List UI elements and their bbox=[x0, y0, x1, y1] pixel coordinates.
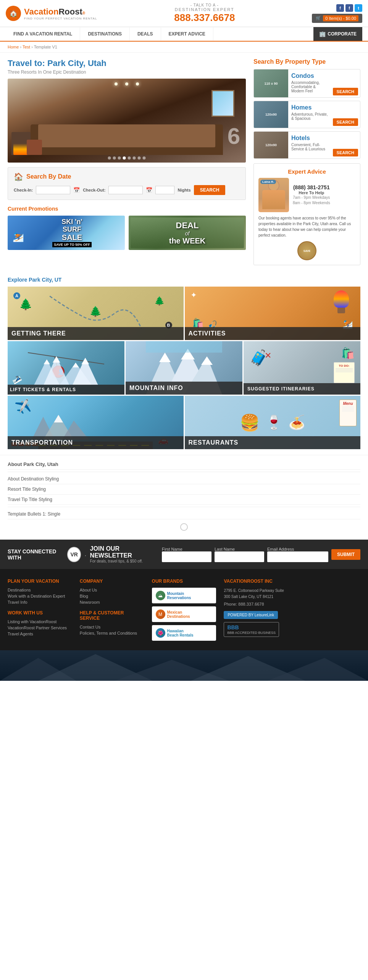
search-date-button[interactable]: SEARCH bbox=[194, 185, 226, 195]
nav-deals[interactable]: DEALS bbox=[130, 27, 161, 40]
slide-dot-4[interactable] bbox=[123, 156, 126, 160]
twitter-icon[interactable]: t bbox=[355, 4, 362, 12]
leisure-link-badge[interactable]: POWERED BY LeisureLink bbox=[224, 611, 278, 619]
phone-number[interactable]: 888.337.6678 bbox=[174, 12, 235, 24]
firstname-label: First Name bbox=[162, 547, 211, 551]
checkout-calendar-icon[interactable]: 📅 bbox=[146, 187, 152, 193]
footer-link-blog[interactable]: Blog bbox=[80, 594, 144, 598]
checkout-label: Check-Out: bbox=[83, 188, 105, 192]
lastname-field-group: Last Name bbox=[215, 547, 264, 562]
newsletter-submit-button[interactable]: SUBMIT bbox=[331, 549, 360, 560]
brand-mexican[interactable]: M MexicanDestinations bbox=[152, 606, 216, 622]
checkin-calendar-icon[interactable]: 📅 bbox=[73, 187, 80, 193]
footer-main: PLAN YOUR VACATION Destinations Work wit… bbox=[0, 569, 368, 681]
explore-section: Explore Park City, UT A B 🌲 🌲 🌲 GETTING … bbox=[0, 271, 368, 455]
condos-search-button[interactable]: SEARCH bbox=[333, 88, 358, 95]
brand-mountain[interactable]: ⛰ MountainReservations bbox=[152, 588, 216, 603]
footer-link-partner[interactable]: VacationRoost Partner Services bbox=[8, 625, 72, 630]
nav-corporate[interactable]: 🏢 CORPORATE bbox=[313, 27, 362, 41]
promo-ski-surf[interactable]: ⛷️ SKI 'n'SURF SALE SAVE UP TO 50% OFF bbox=[8, 216, 125, 250]
explore-transportation[interactable]: ✈️ 🚗 bbox=[8, 396, 184, 449]
footer-link-travel-agents[interactable]: Travel Agents bbox=[8, 632, 72, 636]
safe-badge: SAVE bbox=[297, 241, 316, 260]
facebook2-icon[interactable]: f bbox=[345, 4, 353, 12]
hotels-search-button[interactable]: SEARCH bbox=[333, 149, 358, 156]
footer-brands: OUR BRANDS ⛰ MountainReservations M Mexi… bbox=[152, 579, 216, 641]
expert-title: Expert Advice bbox=[258, 168, 355, 175]
logo-area: 🏠 VacationRoost® FIND YOUR PERFECT VACAT… bbox=[6, 6, 97, 21]
property-card-homes: 120x90 Homes Adventurous, Private, & Spa… bbox=[253, 101, 360, 128]
slide-dot-5[interactable] bbox=[128, 156, 131, 160]
checkout-input[interactable] bbox=[108, 186, 143, 194]
svg-marker-10 bbox=[73, 363, 79, 368]
right-column: Search By Property Type 110 x 90 Condos … bbox=[253, 58, 360, 265]
svg-marker-22 bbox=[54, 415, 63, 422]
footer-link-newsroom[interactable]: Newsroom bbox=[80, 600, 144, 604]
condos-desc: Accommodating, Comfortable & Modern Feel bbox=[291, 81, 330, 93]
homes-info: Homes Adventurous, Private, & Spacious bbox=[288, 101, 333, 128]
homes-search-button[interactable]: SEARCH bbox=[333, 118, 358, 126]
footer-company-name: VacationRoost Inc bbox=[224, 579, 360, 584]
svg-marker-17 bbox=[201, 356, 213, 365]
explore-restaurants[interactable]: 🍔 🍷 🍝 Menu RESTAURANTS bbox=[185, 396, 361, 449]
nights-input[interactable] bbox=[155, 186, 174, 194]
lastname-label: Last Name bbox=[215, 547, 264, 551]
house-icon: 🏠 bbox=[14, 172, 23, 181]
nav-find-vacation[interactable]: FIND A VACATION RENTAL bbox=[6, 27, 80, 40]
svg-marker-29 bbox=[267, 658, 368, 681]
slide-number: 6 bbox=[228, 123, 240, 149]
breadcrumb-home[interactable]: Home bbox=[8, 45, 19, 49]
footer-link-policies[interactable]: Policies, Terms and Conditions bbox=[80, 631, 144, 635]
footer-link-listing[interactable]: Listing with VacationRoost bbox=[8, 619, 72, 624]
slide-dot-1[interactable] bbox=[108, 156, 111, 160]
footer-link-contact[interactable]: Contact Us bbox=[80, 625, 144, 629]
facebook-icon[interactable]: f bbox=[336, 4, 344, 12]
logo-icon: 🏠 bbox=[6, 6, 21, 21]
footer-phone[interactable]: Phone: 888.337.6678 bbox=[224, 602, 360, 606]
slide-dot-3[interactable] bbox=[118, 156, 121, 160]
slide-dot-6[interactable] bbox=[133, 156, 136, 160]
search-fields: Check-In: 📅 Check-Out: 📅 Nights SEARCH bbox=[14, 185, 240, 195]
footer-vacationroost-info: VacationRoost Inc 2795 E. Cottonwood Par… bbox=[224, 579, 360, 641]
explore-getting-there[interactable]: A B 🌲 🌲 🌲 GETTING THERE bbox=[8, 287, 184, 340]
explore-suggested[interactable]: 🧳 🛍️ TO DO: ✕ SUGGESTED ITINERARIES bbox=[244, 341, 360, 395]
footer-link-destinations[interactable]: Destinations bbox=[8, 588, 72, 592]
homes-desc: Adventurous, Private, & Spacious bbox=[291, 112, 330, 121]
condos-img-label: 110 x 90 bbox=[264, 82, 278, 85]
explore-lift-tickets[interactable]: 👤 🎿 LIFT TICKETS & RENTALS bbox=[8, 341, 124, 395]
svg-marker-9 bbox=[53, 356, 60, 363]
email-input[interactable] bbox=[267, 551, 328, 562]
explore-activities[interactable]: 🛍️ ⛷️ 🎣 ✦ ACTIVITIES bbox=[185, 287, 361, 340]
nav-destinations[interactable]: DESTINATIONS bbox=[80, 27, 129, 40]
footer-company: COMPANY About Us Blog Newsroom HELP & CU… bbox=[80, 579, 144, 641]
explore-mountain-info[interactable]: MOUNTAIN INFO bbox=[126, 341, 242, 395]
top-header: 🏠 VacationRoost® FIND YOUR PERFECT VACAT… bbox=[0, 0, 368, 27]
expert-hours: 7am - 9pm Weekdays8am - 8pm Weekends bbox=[293, 195, 330, 206]
footer-link-about[interactable]: About Us bbox=[80, 588, 144, 592]
talk-label: - TALK TO A - bbox=[174, 3, 235, 7]
breadcrumb-test[interactable]: Test bbox=[23, 45, 30, 49]
brand-hawaiian[interactable]: 🌺 HawaiianBeach Rentals bbox=[152, 625, 216, 641]
newsletter-separator: . bbox=[85, 551, 86, 557]
promo-deal-week[interactable]: DEAL of the WEEK bbox=[129, 216, 246, 250]
search-by-date-box: 🏠 Search By Date Check-In: 📅 Check-Out: … bbox=[8, 167, 246, 200]
nav-expert-advice[interactable]: EXPERT ADVICE bbox=[161, 27, 213, 40]
condos-name: Condos bbox=[291, 73, 330, 79]
footer-link-travel-info[interactable]: Travel Info bbox=[8, 600, 72, 604]
cart-button[interactable]: 🛒 0 Item(s) - $0.00 bbox=[312, 14, 362, 23]
expert-phone[interactable]: (888) 381-2751 bbox=[293, 184, 330, 190]
getting-there-label: GETTING THERE bbox=[8, 327, 184, 340]
center-header: - TALK TO A - DESTINATION EXPERT 888.337… bbox=[174, 3, 235, 24]
firstname-input[interactable] bbox=[162, 551, 211, 562]
slide-dot-8[interactable] bbox=[143, 156, 146, 160]
promotions-grid: ⛷️ SKI 'n'SURF SALE SAVE UP TO 50% OFF bbox=[8, 216, 246, 250]
checkin-input[interactable] bbox=[36, 186, 70, 194]
footer-link-destination-expert[interactable]: Work with a Destination Expert bbox=[8, 594, 72, 598]
lastname-input[interactable] bbox=[215, 551, 264, 562]
stay-connected: STAY CONNECTED WITH VR . JOIN OUR NEWSLE… bbox=[8, 545, 154, 563]
social-icons: f f t bbox=[336, 4, 362, 12]
slideshow[interactable]: 6 bbox=[8, 79, 246, 163]
slide-dot-7[interactable] bbox=[138, 156, 141, 160]
breadcrumb-current: Template V1 bbox=[34, 45, 57, 49]
slide-dot-2[interactable] bbox=[113, 156, 116, 160]
